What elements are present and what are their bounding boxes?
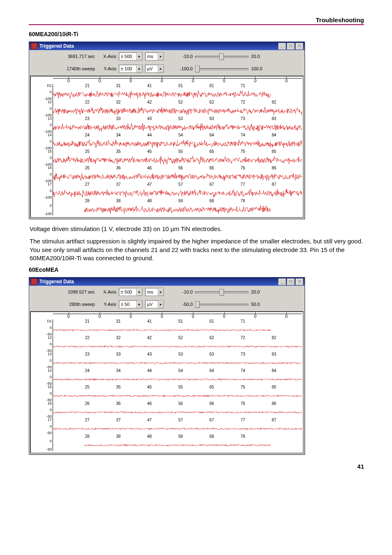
channel-cell: 25 [84,150,115,166]
channel-cell: 77 [240,418,271,435]
col-header: 0 [84,78,115,84]
channel-cell: 86 [271,166,302,183]
xaxis-value: ± 500 [121,289,132,294]
ctrl-row-y: 280th sweep Y-Axis ± 50 ▸ µV ▸ -50.0 50 [29,298,304,310]
heading-60eco: 60EcoMEA [29,266,364,273]
channel-cell: 85 [271,150,302,166]
xaxis-value-input[interactable]: ± 500 ▸ [119,288,143,296]
paragraph-1: The stimulus artifact suppression is sli… [30,237,363,262]
channel-cell [53,336,84,352]
channel-cell: 48 [146,435,178,451]
channel-cell: 31 [115,319,147,336]
yaxis-value-input[interactable]: ± 50 ▸ [119,300,143,308]
chevron-down-icon[interactable]: ▸ [136,65,142,72]
channel-cell: 58 [178,435,209,451]
col-header: 0 [178,78,209,84]
close-button[interactable]: ✕ [295,43,303,50]
channel-cell: 83 [271,352,302,369]
channel-cell: 72 [240,336,271,352]
slider1-max: 20.0 [251,54,269,59]
yaxis-unit-input[interactable]: µV ▸ [145,65,164,73]
col-header: 0 [240,78,271,84]
sweep-readout: 1740th sweep [29,66,97,71]
channel-cell: 54 [178,133,209,150]
chevron-down-icon[interactable]: ▸ [158,288,164,296]
y-slider[interactable] [195,66,249,72]
page-number: 41 [29,463,364,470]
y-axis-ticks: 120-50 [32,336,53,352]
xaxis-unit-input[interactable]: ms ▸ [145,52,164,60]
channel-cell: 66 [209,402,240,418]
ctrl-row-x: 1098.527 sec X-Axis ± 500 ▸ ms ▸ -10.0 [29,286,304,298]
page: Troubleshooting 60MEA200/10iR-Ti Trigger… [0,0,392,482]
figure-1: Triggered Data _ □ ✕ 3691.717 sec X-Axis… [29,42,364,219]
channel-cell: 44 [146,133,178,150]
channel-cell [53,435,84,451]
chevron-down-icon[interactable]: ▸ [158,53,164,60]
channel-cell [53,418,84,435]
plot-area-2: 00000000 D10-50213141516171120-502232425… [30,311,304,453]
minimize-button[interactable]: _ [278,43,286,50]
col-header: 0 [271,78,302,84]
xaxis-label: X-Axis [99,54,116,59]
channel-cell: 75 [240,150,271,166]
channel-cell: 62 [209,100,240,117]
maximize-button[interactable]: □ [287,43,295,50]
chevron-down-icon[interactable]: ▸ [136,53,142,60]
channel-cell: 52 [178,100,209,117]
channel-cell: 43 [146,352,178,369]
col-header: 0 [53,78,84,84]
channel-cell: 61 [209,84,240,100]
yaxis-unit-input[interactable]: µV ▸ [145,300,164,308]
xaxis-value-input[interactable]: ± 500 ▸ [119,52,143,60]
titlebar-2[interactable]: Triggered Data _ □ ✕ [29,278,304,286]
yaxis-value-input[interactable]: ± 100 ▸ [119,65,143,73]
col-header: 0 [53,314,84,319]
channel-cell: 78 [240,435,271,451]
channel-cell: 33 [115,117,147,133]
channel-cell: 43 [146,117,178,133]
channel-cell: 82 [271,100,302,117]
yaxis-value: ± 50 [121,302,129,307]
y-slider[interactable] [195,301,249,307]
channel-cell: 74 [240,369,271,385]
channel-cell: 48 [146,199,178,215]
y-axis-ticks: 130-50 [32,352,53,369]
yaxis-label: Y-Axis [99,302,116,307]
channel-cell [53,150,84,166]
minimize-button[interactable]: _ [278,278,286,285]
channel-cell: 31 [115,84,147,100]
xaxis-unit-input[interactable]: ms ▸ [145,288,164,296]
titlebar-1[interactable]: Triggered Data _ □ ✕ [29,42,304,50]
maximize-button[interactable]: □ [287,278,295,285]
xaxis-value: ± 500 [121,54,132,59]
channel-cell: 23 [84,352,115,369]
channel-cell: 65 [209,385,240,402]
channel-cell: 38 [115,199,147,215]
channel-cell [271,435,302,451]
xaxis-unit: ms [147,289,153,294]
channel-cell: 73 [240,117,271,133]
channel-cell [53,133,84,150]
channel-cell: 26 [84,402,115,418]
channel-cell: 37 [115,183,147,199]
close-button[interactable]: ✕ [295,278,303,285]
chevron-down-icon[interactable]: ▸ [158,301,164,308]
channel-cell: 47 [146,183,178,199]
channel-cell: 78 [240,199,271,215]
app-icon [31,43,37,49]
channel-cell: 82 [271,336,302,352]
x-slider[interactable] [195,53,249,59]
chevron-down-icon[interactable]: ▸ [136,301,142,308]
col-header: 0 [178,314,209,319]
xaxis-label: X-Axis [99,289,116,294]
x-slider[interactable] [195,289,249,295]
channel-cell: 44 [146,369,178,385]
chevron-down-icon[interactable]: ▸ [158,65,164,72]
chevron-down-icon[interactable]: ▸ [136,288,142,296]
channel-cell: 28 [84,199,115,215]
channel-cell: 41 [146,319,178,336]
channel-cell: 87 [271,418,302,435]
channel-cell [53,319,84,336]
ctrl-row-y: 1740th sweep Y-Axis ± 100 ▸ µV ▸ -100.0 [29,62,304,75]
